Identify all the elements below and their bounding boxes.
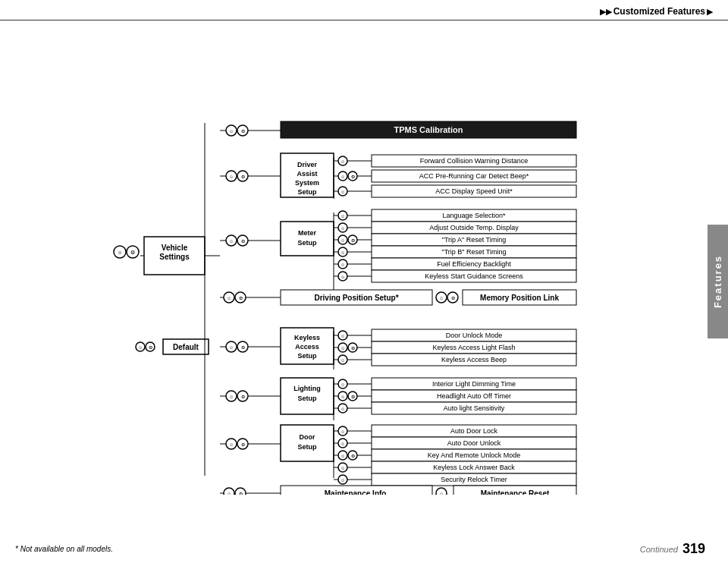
svg-text:☺: ☺ [340,395,345,399]
svg-text:TPMS Calibration: TPMS Calibration [394,125,463,134]
svg-text:☺: ☺ [340,407,345,411]
svg-text:☺: ☺ [439,296,444,300]
header-arrow-left: ▶▶ [600,7,612,17]
svg-text:Forward Collision Warning Dist: Forward Collision Warning Distance [420,157,529,165]
svg-text:Headlight Auto Off Timer: Headlight Auto Off Timer [437,392,511,400]
svg-text:☺: ☺ [227,492,231,495]
svg-text:Maintenance Info.: Maintenance Info. [325,489,389,495]
features-side-tab: Features [708,225,728,338]
svg-text:☺: ☺ [340,454,345,458]
svg-text:Driving Position Setup*: Driving Position Setup* [314,294,398,302]
svg-text:☺: ☺ [229,129,234,134]
svg-text:☺: ☺ [340,190,345,194]
svg-text:⊙: ⊙ [241,129,245,134]
svg-text:☺: ☺ [117,250,122,255]
svg-text:☺: ☺ [340,238,345,243]
svg-text:Fuel Efficiency Backlight: Fuel Efficiency Backlight [437,260,511,268]
svg-text:☺: ☺ [340,334,345,338]
svg-text:☺: ☺ [138,345,143,350]
svg-text:☺: ☺ [439,492,444,495]
svg-text:"Trip A" Reset Timing: "Trip A" Reset Timing [442,236,507,244]
svg-text:⊙: ⊙ [451,296,455,300]
svg-text:☺: ☺ [340,358,345,363]
svg-text:"Trip B" Reset Timing: "Trip B" Reset Timing [441,248,506,256]
svg-text:Vehicle: Vehicle [162,244,188,252]
svg-text:☺: ☺ [340,275,345,279]
svg-text:Auto light Sensitivity: Auto light Sensitivity [444,404,505,412]
svg-text:☺: ☺ [340,159,345,164]
svg-text:Setup: Setup [297,395,317,402]
svg-text:Settings: Settings [159,253,190,261]
svg-text:ACC Pre-Running Car Detect Bee: ACC Pre-Running Car Detect Beep* [419,172,529,180]
svg-text:☺: ☺ [340,429,345,434]
svg-text:Driver: Driver [297,161,318,168]
continued-label: Continued [640,545,678,554]
svg-text:⊙: ⊙ [239,296,243,300]
svg-text:Lighting: Lighting [293,385,321,392]
svg-text:Meter: Meter [298,229,317,237]
svg-text:☺: ☺ [229,442,234,447]
svg-text:☺: ☺ [340,346,345,351]
page-footer: * Not available on all models. Continued… [15,541,705,557]
svg-text:☺: ☺ [340,263,345,267]
page-info: Continued 319 [640,541,705,557]
svg-text:☺: ☺ [227,296,231,300]
svg-text:System: System [295,179,319,187]
svg-text:⊙: ⊙ [239,492,243,495]
svg-text:☺: ☺ [229,239,234,244]
svg-text:Auto Door Lock: Auto Door Lock [450,427,498,435]
svg-text:☺: ☺ [229,175,234,179]
svg-text:☺: ☺ [340,175,345,179]
svg-text:Memory Position Link: Memory Position Link [480,294,559,302]
svg-text:Keyless Lock Answer Back: Keyless Lock Answer Back [433,464,515,471]
svg-text:Keyless Start Guidance Screens: Keyless Start Guidance Screens [425,272,523,280]
svg-text:Default: Default [173,343,199,351]
svg-text:Keyless Access Beep: Keyless Access Beep [441,356,507,363]
svg-text:ACC Display Speed Unit*: ACC Display Speed Unit* [435,187,513,195]
svg-text:☺: ☺ [340,226,345,231]
page-number: 319 [682,541,705,557]
svg-text:⊙: ⊙ [241,175,245,179]
svg-text:⊙: ⊙ [130,250,135,255]
svg-text:⊙: ⊙ [241,442,245,447]
svg-text:Keyless: Keyless [294,334,320,341]
page-header: ▶▶ Customized Features ▶ [0,0,728,20]
svg-text:☺: ☺ [340,478,345,483]
svg-text:☺: ☺ [340,466,345,470]
svg-text:Language Selection*: Language Selection* [442,212,506,219]
svg-text:Keyless Access Light Flash: Keyless Access Light Flash [432,344,515,351]
svg-text:Door: Door [300,433,315,441]
svg-text:☺: ☺ [340,382,345,387]
svg-text:Interior Light Dimming Time: Interior Light Dimming Time [432,380,516,388]
svg-text:☺: ☺ [229,345,234,350]
header-arrow-right: ▶ [707,7,713,17]
svg-text:Assist: Assist [297,170,317,178]
svg-text:☺: ☺ [340,214,345,219]
svg-text:Security Relock Timer: Security Relock Timer [441,476,507,483]
svg-text:⊙: ⊙ [351,454,355,458]
svg-text:Access: Access [295,343,319,351]
svg-text:Setup: Setup [297,188,317,196]
svg-text:⊙: ⊙ [241,239,245,244]
svg-text:Setup: Setup [297,443,317,451]
footnote-text: * Not available on all models. [15,545,113,553]
svg-text:Key And Remote Unlock Mode: Key And Remote Unlock Mode [428,451,521,459]
svg-text:⊙: ⊙ [351,238,355,243]
diagram-svg: Vehicle Settings ☺ ⊙ Default ☺ ⊙ ☺ ⊙ TPM… [8,24,690,495]
svg-text:Auto Door Unlock: Auto Door Unlock [447,439,501,447]
svg-text:Adjust Outside Temp. Display: Adjust Outside Temp. Display [429,224,519,231]
svg-text:⊙: ⊙ [351,346,355,351]
svg-text:☺: ☺ [229,395,234,399]
svg-text:☺: ☺ [340,442,345,446]
svg-text:⊙: ⊙ [351,175,355,179]
svg-text:Door Unlock Mode: Door Unlock Mode [446,332,503,339]
svg-text:⊙: ⊙ [241,345,245,350]
svg-text:Maintenance Reset: Maintenance Reset [481,489,550,495]
header-title: Customized Features [613,6,705,17]
svg-text:⊙: ⊙ [241,395,245,399]
svg-text:Setup: Setup [297,352,317,360]
svg-text:⊙: ⊙ [351,395,355,399]
svg-text:☺: ☺ [340,250,345,255]
svg-text:Setup: Setup [297,239,317,247]
svg-text:⊙: ⊙ [149,345,152,350]
